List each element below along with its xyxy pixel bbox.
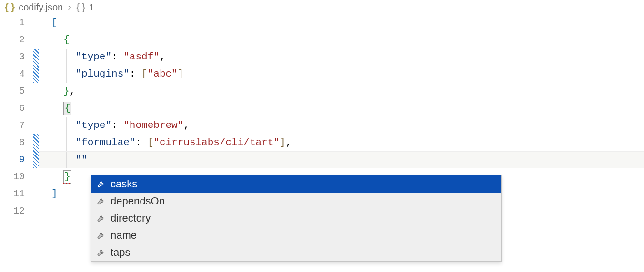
- code-line-current[interactable]: "": [39, 151, 644, 168]
- marker-empty: [33, 100, 39, 117]
- bracket: ]: [280, 137, 286, 148]
- wrench-icon: [96, 214, 106, 223]
- code-line[interactable]: "type": "homebrew",: [39, 117, 644, 134]
- json-key: "formulae": [75, 137, 135, 148]
- marker-empty: [33, 31, 39, 49]
- line-number[interactable]: 9: [0, 151, 25, 168]
- json-string: "cirruslabs/cli/tart": [153, 137, 280, 148]
- json-key: "plugins": [75, 68, 129, 79]
- code-line[interactable]: {: [39, 31, 644, 49]
- suggest-item[interactable]: taps: [91, 244, 501, 261]
- json-key: "type": [75, 120, 111, 131]
- wrench-icon: [96, 248, 106, 257]
- breadcrumb[interactable]: { } codify.json { } 1: [0, 0, 644, 14]
- code-line[interactable]: "type": "asdf",: [39, 49, 644, 66]
- bracket: ]: [178, 68, 184, 79]
- code-line[interactable]: "plugins": ["abc"]: [39, 66, 644, 83]
- suggest-item[interactable]: name: [91, 227, 501, 244]
- suggest-label: casks: [111, 178, 137, 190]
- line-number[interactable]: 10: [0, 168, 25, 185]
- brace: {: [63, 34, 70, 45]
- json-string: "": [75, 155, 87, 165]
- matched-brace-close: }: [63, 170, 71, 184]
- line-number[interactable]: 8: [0, 134, 25, 151]
- matched-brace-open: {: [63, 102, 71, 115]
- marker-empty: [33, 185, 39, 203]
- code-line[interactable]: },: [39, 83, 644, 100]
- comma: ,: [286, 137, 292, 148]
- marker-empty: [33, 203, 39, 220]
- error-squiggle: [63, 183, 70, 184]
- bracket: [: [141, 68, 148, 79]
- suggest-item[interactable]: dependsOn: [91, 193, 501, 210]
- marker-empty: [33, 168, 39, 185]
- suggest-label: name: [111, 229, 137, 242]
- wrench-icon: [96, 231, 106, 240]
- suggest-widget[interactable]: casks dependsOn directory name taps: [91, 175, 502, 262]
- breadcrumb-segment[interactable]: 1: [89, 2, 94, 13]
- wrench-icon: [96, 196, 106, 206]
- comma: ,: [70, 86, 76, 97]
- comma: ,: [183, 120, 190, 131]
- bracket: ]: [51, 188, 58, 199]
- line-number[interactable]: 1: [0, 14, 25, 31]
- modified-marker: [33, 151, 39, 168]
- json-key: "type": [75, 51, 111, 62]
- json-string: "asdf": [123, 51, 160, 62]
- line-number[interactable]: 5: [0, 83, 25, 100]
- colon: :: [111, 120, 123, 131]
- colon: :: [130, 68, 141, 79]
- suggest-label: dependsOn: [111, 195, 165, 207]
- bracket: [: [51, 17, 58, 28]
- bracket: [: [148, 137, 154, 148]
- line-number[interactable]: 6: [0, 100, 25, 117]
- suggest-item[interactable]: casks: [91, 175, 501, 193]
- colon: :: [135, 137, 147, 148]
- code-line[interactable]: "formulae": ["cirruslabs/cli/tart"],: [39, 134, 644, 151]
- json-string: "homebrew": [123, 120, 183, 131]
- modified-marker: [33, 49, 39, 66]
- json-object-icon: { }: [76, 2, 85, 13]
- wrench-icon: [96, 179, 106, 189]
- colon: :: [111, 51, 123, 62]
- chevron-right-icon: [67, 2, 72, 13]
- line-number[interactable]: 3: [0, 49, 25, 66]
- modified-marker: [33, 134, 39, 151]
- line-number[interactable]: 7: [0, 117, 25, 134]
- suggest-label: directory: [111, 212, 151, 224]
- marker-empty: [33, 117, 39, 134]
- code-line[interactable]: {: [39, 100, 644, 117]
- code-line[interactable]: [: [39, 14, 644, 31]
- suggest-item[interactable]: directory: [91, 210, 501, 227]
- line-number[interactable]: 12: [0, 203, 25, 220]
- comma: ,: [160, 51, 166, 62]
- marker-empty: [33, 83, 39, 100]
- json-file-icon: { }: [5, 2, 15, 13]
- json-string: "abc": [148, 68, 178, 79]
- modified-marker: [33, 66, 39, 83]
- suggest-label: taps: [111, 246, 131, 259]
- breadcrumb-filename[interactable]: codify.json: [19, 2, 63, 13]
- line-number[interactable]: 4: [0, 66, 25, 83]
- line-number-gutter[interactable]: 1 2 3 4 5 6 7 8 9 10 11 12: [0, 14, 33, 220]
- brace: }: [63, 86, 70, 97]
- modified-marker-gutter: [33, 14, 39, 220]
- line-number[interactable]: 11: [0, 185, 25, 203]
- line-number[interactable]: 2: [0, 31, 25, 49]
- marker-empty: [33, 14, 39, 31]
